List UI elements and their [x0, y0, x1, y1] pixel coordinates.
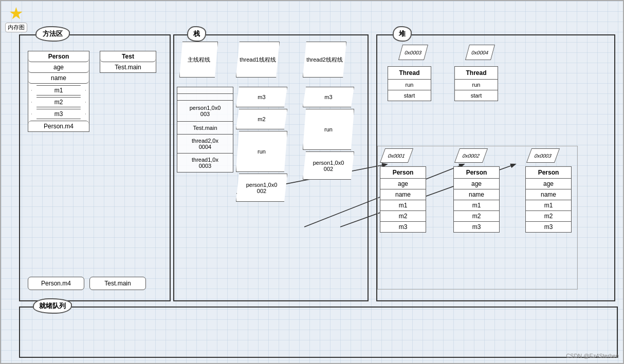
frame-thread1: thread1,0x0003: [177, 153, 233, 172]
person-name: name: [28, 73, 89, 84]
thread1-label: thread1线程线: [236, 42, 280, 78]
thread1-m2: m2: [236, 109, 287, 129]
addr-0x0002-wrap: 0x0002: [457, 148, 485, 163]
addr-0x0001-wrap: 0x0001: [382, 148, 411, 163]
person-obj3-age: age: [526, 179, 571, 189]
thread2-person1: person1,0x0002: [303, 151, 354, 180]
method-area-bottom: Person.m4 Test.main: [28, 277, 146, 290]
person-obj2-m2: m2: [454, 211, 499, 222]
heap-box: 堆 0x0003 Thread run start 0x0004 Thread …: [376, 34, 615, 301]
frame-thread2: thread2,0x0004: [177, 135, 233, 153]
person-obj1-name: name: [380, 189, 426, 200]
person-obj2-age: age: [454, 179, 499, 189]
main-thread-stack: person1,0x0003 Test.main thread2,0x0004 …: [177, 87, 233, 173]
heap-cloud: 堆: [393, 26, 412, 42]
stack-cloud: 栈: [187, 26, 206, 42]
watermark: CSDN @Ez4Sterben: [566, 353, 619, 359]
addr-0x0003-diamond-wrap: 0x0003: [400, 45, 426, 60]
person-obj1-age: age: [380, 179, 426, 189]
person-class-box: Person age name m1 m2 m3 Person.m4: [28, 51, 89, 132]
addr-0x0003-box: 0x0003: [398, 45, 428, 60]
person-m4: Person.m4: [28, 121, 89, 131]
person-obj1-m2: m2: [380, 211, 426, 222]
method-area-box: 方法区 Person age name m1 m2 m3 Person.m4 T…: [19, 34, 171, 301]
stack-box: 栈 主线程线 thread1线程线 thread2线程线 person1,0x0…: [173, 34, 369, 301]
person-m1: m1: [31, 85, 86, 95]
person-obj2-m1: m1: [454, 200, 499, 211]
person-obj3-m1: m1: [526, 200, 571, 211]
person-age: age: [28, 62, 89, 73]
thread2-stack: m3 run person1,0x0002: [303, 87, 354, 180]
addr-0x0001: 0x0001: [380, 148, 413, 163]
test-class-box: Test Test.main: [100, 51, 156, 73]
thread1-person1: person1,0x0002: [236, 174, 287, 202]
person-obj1-m3: m3: [380, 222, 426, 232]
person-obj3: Person age name m1 m2 m3: [525, 166, 572, 233]
memory-label: ★ 内存图: [5, 5, 27, 32]
person-obj2-m3: m3: [454, 222, 499, 232]
queue-box: 就绪队列: [19, 306, 618, 358]
person-obj3-label: Person: [526, 167, 571, 179]
thread2-m3: m3: [303, 87, 354, 107]
person-obj3-m2: m2: [526, 211, 571, 222]
test-class-label: Test: [100, 51, 156, 62]
thread-obj1: Thread run start: [388, 66, 431, 101]
thread2-label: thread2线程线: [303, 42, 346, 78]
thread1-m3: m3: [236, 87, 287, 107]
thread1-run: run: [236, 131, 287, 172]
person-obj1: Person age name m1 m2 m3: [380, 166, 426, 233]
person-obj2-label: Person: [454, 167, 499, 179]
frame-m2-main: [177, 94, 233, 101]
thread2-run: run: [303, 109, 354, 150]
person-m4-bottom: Person.m4: [28, 277, 84, 290]
addr-0x0002: 0x0002: [454, 148, 488, 163]
method-area-cloud: 方法区: [35, 26, 70, 42]
thread-obj1-label: Thread: [388, 67, 431, 80]
frame-m3-main: [177, 87, 233, 94]
thread1-stack: m3 m2 run person1,0x0002: [236, 87, 287, 202]
addr-0x0004-box: 0x0004: [465, 45, 495, 60]
person-m2: m2: [31, 97, 86, 107]
person-obj3-name: name: [526, 189, 571, 200]
queue-cloud: 就绪队列: [33, 298, 72, 314]
thread-obj2: Thread run start: [454, 66, 498, 101]
person-obj1-m1: m1: [380, 200, 426, 211]
person-obj3-m3: m3: [526, 222, 571, 232]
test-main-bottom: Test.main: [89, 277, 146, 290]
person-obj2-name: name: [454, 189, 499, 200]
frame-person1: person1,0x0003: [177, 101, 233, 122]
person-m3: m3: [31, 109, 86, 119]
frame-test-main: Test.main: [177, 122, 233, 135]
addr-0x0003p-wrap: 0x0003: [529, 148, 557, 163]
thread-obj1-start: start: [388, 90, 431, 101]
main-thread-label: 主线程线: [179, 42, 218, 78]
addr-0x0004-diamond-wrap: 0x0004: [467, 45, 493, 60]
canvas: ★ 内存图 方法区 Person age name m1 m2 m3 Perso…: [0, 0, 624, 364]
thread-obj2-label: Thread: [455, 67, 498, 80]
addr-0x0003p: 0x0003: [526, 148, 560, 163]
person-obj1-label: Person: [380, 167, 426, 179]
person-class-label: Person: [28, 51, 89, 62]
test-main: Test.main: [100, 62, 156, 72]
thread-obj2-run: run: [455, 80, 498, 90]
memory-title: 内存图: [5, 23, 27, 32]
person-obj2: Person age name m1 m2 m3: [453, 166, 500, 233]
thread-obj1-run: run: [388, 80, 431, 90]
thread-obj2-start: start: [455, 90, 498, 101]
star-icon: ★: [9, 5, 24, 22]
